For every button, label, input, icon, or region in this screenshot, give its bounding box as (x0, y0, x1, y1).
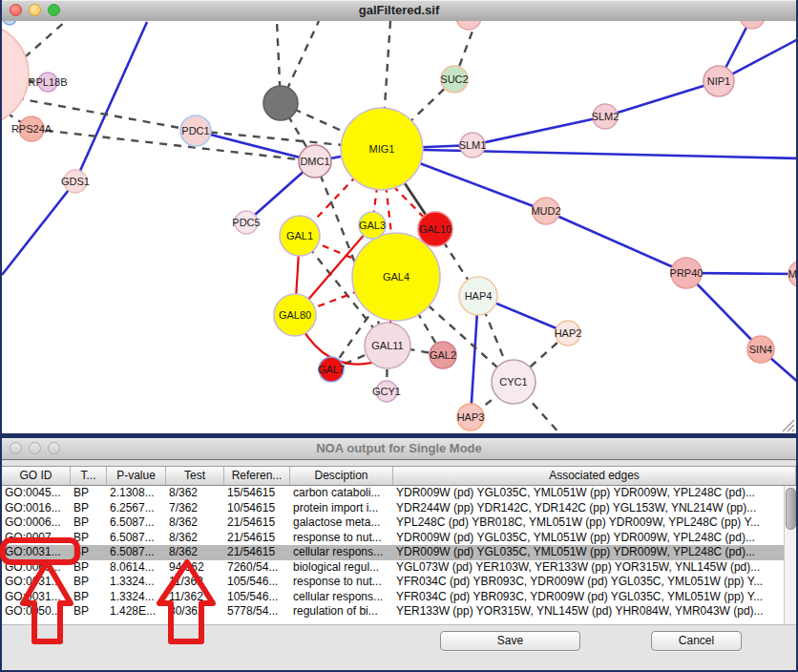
node-label: PDC1 (181, 125, 209, 136)
network-window-titlebar[interactable]: galFiltered.sif (2, 0, 796, 22)
node-label: GCY1 (372, 386, 401, 397)
node-label: GAL3 (359, 220, 386, 231)
node-label: SLM2 (592, 111, 620, 122)
column-header-referen-[interactable]: Referen... (224, 467, 290, 485)
cell: regulation of bi... (290, 604, 393, 620)
table-row[interactable]: GO:0007...BP6.5087...8/36221/54615respon… (2, 531, 796, 546)
cell: BP (71, 545, 107, 560)
cell: protein import i... (290, 501, 393, 516)
cell: 2.1308... (107, 486, 166, 501)
table-row[interactable]: GO:0016...BP6.2567...7/36210/54615protei… (2, 501, 796, 516)
node-label: GAL80 (279, 309, 311, 321)
graph-edge[interactable] (32, 129, 315, 161)
node-label: GAL7 (318, 364, 345, 375)
vertical-scrollbar[interactable] (784, 486, 796, 624)
cell: 8.0614... (107, 560, 166, 576)
column-header-t-[interactable]: T... (71, 467, 107, 485)
cell: response to nut... (290, 531, 393, 546)
cell: galactose meta... (290, 515, 393, 531)
cell: biological regul... (290, 560, 393, 576)
column-header-test[interactable]: Test (166, 467, 224, 485)
node-label: SLM1 (459, 139, 487, 151)
cell: BP (71, 531, 107, 546)
node-label: HAP4 (465, 290, 493, 302)
resize-grip[interactable] (783, 420, 794, 431)
cell: GO:0045... (2, 486, 71, 501)
table-row[interactable]: GO:0065...BP8.0614...94/3627260/54...bio… (2, 560, 796, 576)
node-label: PRP40 (670, 267, 704, 279)
node-unlabeled[interactable] (3, 21, 16, 25)
cell: 8/362 (166, 515, 224, 531)
node-label: GAL2 (430, 349, 456, 361)
node-label: SUC2 (440, 74, 468, 85)
node-label: CYC1 (499, 376, 527, 388)
cell: YFR034C (pd) YBR093C, YDR009W (pd) YGL03… (393, 590, 788, 605)
cell: carbon cataboli... (290, 486, 393, 501)
cell: 94/362 (166, 560, 224, 576)
cell: GO:0006... (2, 515, 71, 531)
noa-window-title: NOA output for Single Mode (2, 438, 796, 459)
graph-edge[interactable] (75, 22, 147, 181)
cell: YER133W (pp) YOR315W, YNL145W (pd) YHR08… (393, 604, 788, 620)
table-header-row: GO IDT...P-valueTestReferen...Desciption… (2, 466, 796, 486)
cell: cellular respons... (290, 590, 393, 605)
column-header-desciption[interactable]: Desciption (290, 467, 393, 485)
cell: BP (71, 560, 107, 576)
cell: YDR009W (pd) YGL035C, YML051W (pp) YDR00… (393, 545, 788, 560)
network-canvas[interactable]: RPL18BRPS24AGDS1PDC1MIG1DMC1SUC2SLM1SLM2… (2, 21, 796, 433)
table-row[interactable]: GO:0031...BP1.3324...11/362105/546...cel… (2, 590, 796, 605)
cell: YGL073W (pd) YER103W, YER133W (pp) YOR31… (393, 560, 788, 576)
column-header-p-value[interactable]: P-value (107, 467, 166, 485)
scrollbar-thumb[interactable] (786, 488, 796, 530)
cell: 80/362 (166, 604, 224, 620)
cell: GO:0031... (2, 545, 71, 560)
cell: 8/362 (166, 531, 224, 546)
node-label: PDC5 (232, 217, 260, 228)
cell: 6.5087... (107, 531, 166, 546)
cell: BP (71, 590, 107, 605)
network-window-title: galFiltered.sif (2, 0, 796, 21)
cell: cellular respons... (290, 545, 393, 560)
cell: 21/54615 (224, 515, 290, 531)
table-row[interactable]: GO:0050...BP1.428E...80/3625778/54...reg… (2, 604, 796, 620)
cell: GO:0007... (2, 531, 71, 546)
save-button[interactable]: Save (440, 631, 580, 651)
node-unlabeled[interactable] (263, 86, 298, 120)
cell: 1.3324... (107, 590, 166, 605)
column-header-associated-edges[interactable]: Associated edges (393, 467, 796, 485)
graph-edge[interactable] (2, 181, 75, 275)
node-label: MUD2 (531, 205, 560, 217)
network-window: galFiltered.sif RPL18BRPS24AGDS1PDC1MIG1… (0, 0, 798, 436)
graph-edge[interactable] (546, 211, 686, 273)
cell: 105/546... (224, 575, 290, 590)
cell: GO:0016... (2, 501, 71, 516)
node-label: RPL18B (29, 76, 68, 88)
cell: 105/546... (224, 590, 290, 605)
graph-edge[interactable] (605, 81, 719, 116)
table-row[interactable]: GO:0006...BP6.5087...8/36221/54615galact… (2, 515, 796, 531)
graph-edge[interactable] (382, 149, 796, 158)
table-row[interactable]: GO:0045...BP2.1308...8/36215/54615carbon… (2, 486, 796, 501)
node-unlabeled[interactable] (740, 21, 765, 29)
table-row[interactable]: GO:0031...BP1.3324...11/362105/546...res… (2, 575, 796, 590)
table-row[interactable]: GO:0031...BP6.5087...8/36221/54615cellul… (2, 545, 796, 560)
cell: YPL248C (pd) YBR018C, YML051W (pp) YDR00… (393, 515, 788, 531)
cell: 7260/54... (224, 560, 290, 576)
cell: 1.3324... (107, 575, 166, 590)
column-header-go-id[interactable]: GO ID (2, 467, 71, 485)
cell: 6.5087... (107, 545, 166, 560)
node-label: GAL1 (286, 230, 313, 242)
graph-edge[interactable] (196, 131, 315, 161)
noa-window-titlebar[interactable]: NOA output for Single Mode (2, 438, 796, 460)
cell: 10/54615 (224, 501, 290, 516)
node-unlabeled[interactable] (2, 23, 29, 126)
cell: 11/362 (166, 575, 224, 590)
cancel-button[interactable]: Cancel (651, 631, 742, 651)
cell: 1.428E... (107, 604, 166, 620)
node-label: GAL11 (371, 340, 403, 351)
node-label: HAP2 (555, 327, 582, 339)
network-graph: RPL18BRPS24AGDS1PDC1MIG1DMC1SUC2SLM1SLM2… (2, 21, 796, 433)
go-results-table: GO IDT...P-valueTestReferen...Desciption… (2, 466, 796, 625)
graph-edge[interactable] (472, 116, 605, 145)
node-unlabeled[interactable] (456, 21, 481, 30)
